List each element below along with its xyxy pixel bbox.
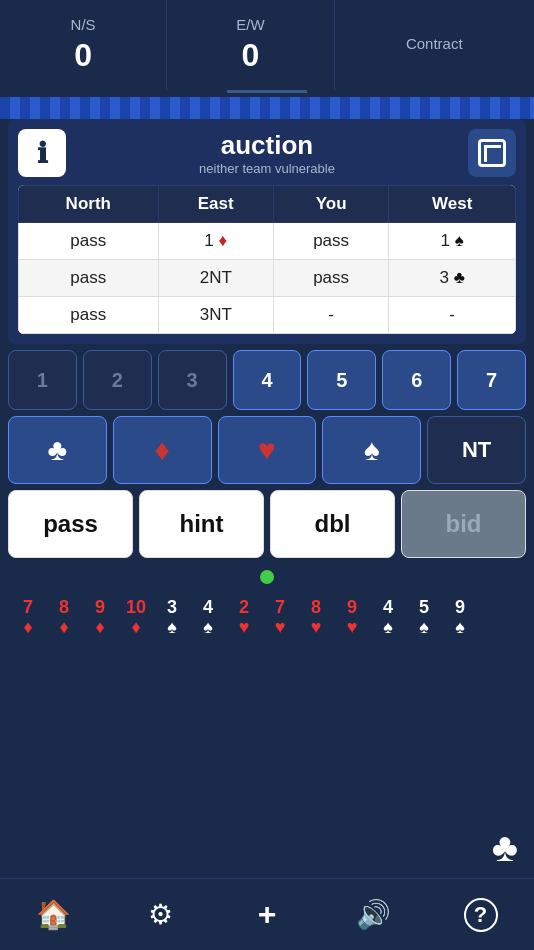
- cell: pass: [19, 260, 159, 297]
- card-9s[interactable]: 9 ♠: [442, 598, 478, 638]
- card-4s[interactable]: 4 ♠: [190, 598, 226, 638]
- cards-area: 7 ♦ 8 ♦ 9 ♦ 10 ♦ 3 ♠ 4 ♠ 2 ♥ 7: [0, 590, 534, 710]
- dbl-button[interactable]: dbl: [270, 490, 395, 558]
- add-button[interactable]: +: [242, 890, 292, 940]
- ew-label: E/W: [236, 16, 264, 33]
- home-button[interactable]: 🏠: [28, 890, 78, 940]
- cell: pass: [19, 297, 159, 334]
- card-7d[interactable]: 7 ♦: [10, 598, 46, 638]
- card-9d[interactable]: 9 ♦: [82, 598, 118, 638]
- num-btn-1[interactable]: 1: [8, 350, 77, 410]
- cell: -: [273, 297, 388, 334]
- ns-score-box: N/S 0: [0, 0, 167, 90]
- score-header: N/S 0 E/W 0 Contract: [0, 0, 534, 90]
- settings-button[interactable]: ⚙: [135, 890, 185, 940]
- col-north: North: [19, 186, 159, 223]
- suit-btn-heart[interactable]: ♥: [218, 416, 317, 484]
- green-dot-row: [0, 564, 534, 590]
- table-row: pass 2NT pass 3 ♣: [19, 260, 516, 297]
- ew-score: 0: [241, 37, 259, 74]
- nt-btn[interactable]: NT: [427, 416, 526, 484]
- auction-header: ℹ auction neither team vulnerable: [18, 129, 516, 177]
- number-row: 1 2 3 4 5 6 7: [8, 350, 526, 410]
- heart-icon: ♥: [258, 433, 276, 467]
- col-you: You: [273, 186, 388, 223]
- card-9h[interactable]: 9 ♥: [334, 598, 370, 638]
- cell: 3 ♣: [389, 260, 516, 297]
- add-icon: +: [258, 896, 277, 933]
- table-row: pass 1 ♦ pass 1 ♠: [19, 223, 516, 260]
- auction-title-area: auction neither team vulnerable: [66, 130, 468, 176]
- help-button[interactable]: ?: [456, 890, 506, 940]
- cell: pass: [273, 223, 388, 260]
- num-btn-2[interactable]: 2: [83, 350, 152, 410]
- bid-buttons-area: 1 2 3 4 5 6 7 ♣ ♦ ♥ ♠ NT pass hint dbl b…: [0, 344, 534, 564]
- suit-btn-diamond[interactable]: ♦: [113, 416, 212, 484]
- table-row: pass 3NT - -: [19, 297, 516, 334]
- card-3s[interactable]: 3 ♠: [154, 598, 190, 638]
- suit-row: ♣ ♦ ♥ ♠ NT: [8, 416, 526, 484]
- hint-button[interactable]: hint: [139, 490, 264, 558]
- cell: 1 ♠: [389, 223, 516, 260]
- card-8h[interactable]: 8 ♥: [298, 598, 334, 638]
- suit-btn-club[interactable]: ♣: [8, 416, 107, 484]
- suit-btn-spade[interactable]: ♠: [322, 416, 421, 484]
- col-east: East: [158, 186, 273, 223]
- card-8d[interactable]: 8 ♦: [46, 598, 82, 638]
- sound-icon: 🔊: [356, 898, 391, 931]
- card-7h[interactable]: 7 ♥: [262, 598, 298, 638]
- help-icon: ?: [464, 898, 498, 932]
- card-pattern-border: [0, 97, 534, 119]
- cell: 3NT: [158, 297, 273, 334]
- expand-button[interactable]: [468, 129, 516, 177]
- cards-row: 7 ♦ 8 ♦ 9 ♦ 10 ♦ 3 ♠ 4 ♠ 2 ♥ 7: [10, 598, 524, 638]
- auction-subtitle: neither team vulnerable: [66, 161, 468, 176]
- club-icon: ♣: [48, 433, 68, 467]
- cell: 2NT: [158, 260, 273, 297]
- num-btn-5[interactable]: 5: [307, 350, 376, 410]
- card-10d[interactable]: 10 ♦: [118, 598, 154, 638]
- green-dot: [260, 570, 274, 584]
- diamond-icon: ♦: [155, 433, 170, 467]
- home-icon: 🏠: [36, 898, 71, 931]
- contract-box: Contract: [335, 0, 535, 90]
- bottom-nav: 🏠 ⚙ + 🔊 ?: [0, 878, 534, 950]
- bid-button[interactable]: bid: [401, 490, 526, 558]
- ns-label: N/S: [71, 16, 96, 33]
- info-button[interactable]: ℹ: [18, 129, 66, 177]
- separator: [227, 90, 307, 93]
- cell: pass: [19, 223, 159, 260]
- ew-score-box: E/W 0: [167, 0, 334, 90]
- cell: 1 ♦: [158, 223, 273, 260]
- bid-table: North East You West pass 1 ♦ pass 1 ♠ pa…: [18, 185, 516, 334]
- card-5s[interactable]: 5 ♠: [406, 598, 442, 638]
- cell: -: [389, 297, 516, 334]
- num-btn-4[interactable]: 4: [233, 350, 302, 410]
- contract-label: Contract: [406, 35, 463, 52]
- num-btn-3[interactable]: 3: [158, 350, 227, 410]
- card-4s2[interactable]: 4 ♠: [370, 598, 406, 638]
- num-btn-6[interactable]: 6: [382, 350, 451, 410]
- settings-icon: ⚙: [148, 898, 173, 931]
- num-btn-7[interactable]: 7: [457, 350, 526, 410]
- last-card-clubs[interactable]: ♣: [492, 825, 518, 870]
- auction-area: ℹ auction neither team vulnerable North …: [8, 119, 526, 344]
- pass-button[interactable]: pass: [8, 490, 133, 558]
- auction-title: auction: [66, 130, 468, 161]
- card-2h[interactable]: 2 ♥: [226, 598, 262, 638]
- spade-icon: ♠: [364, 433, 380, 467]
- expand-icon: [478, 139, 506, 167]
- col-west: West: [389, 186, 516, 223]
- sound-button[interactable]: 🔊: [349, 890, 399, 940]
- action-row: pass hint dbl bid: [8, 490, 526, 558]
- cell: pass: [273, 260, 388, 297]
- ns-score: 0: [74, 37, 92, 74]
